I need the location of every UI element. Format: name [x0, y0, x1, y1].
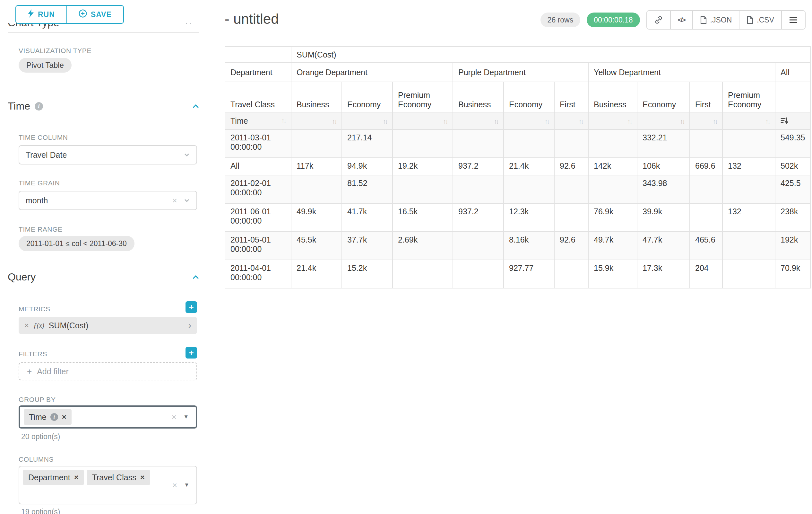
sort-icon[interactable]: ↑↓ — [494, 118, 498, 125]
share-link-button[interactable] — [647, 11, 670, 29]
sort-cell[interactable]: ↑↓ — [453, 112, 503, 130]
time-grain-select[interactable]: month × — [19, 191, 197, 210]
travel-class-cell: Economy — [342, 82, 393, 112]
pivot-value-cell — [690, 175, 722, 204]
travel-class-cell: Business — [453, 82, 503, 112]
sort-cell[interactable]: ↑↓ — [291, 112, 342, 130]
sort-cell[interactable]: ↑↓ — [393, 112, 453, 130]
add-metric-button[interactable]: + — [185, 301, 197, 313]
metric-item[interactable]: × ƒ(x) SUM(Cost) › — [19, 317, 197, 334]
view-query-button[interactable]: </> — [670, 11, 692, 29]
visualization-type-value[interactable]: Pivot Table — [19, 58, 71, 73]
add-filter-plus-button[interactable]: + — [185, 347, 197, 358]
chart-title[interactable]: - untitled — [225, 11, 279, 27]
time-column-label: TIME COLUMN — [19, 134, 68, 141]
pivot-value-cell: 49.9k — [291, 204, 342, 232]
pivot-value-cell: 15.2k — [342, 260, 393, 288]
pivot-value-cell — [554, 260, 588, 288]
pivot-value-cell — [690, 130, 722, 158]
save-button-label: SAVE — [91, 10, 112, 19]
pivot-value-cell — [503, 130, 554, 158]
sort-icon[interactable]: ↑↓ — [383, 118, 387, 125]
menu-button[interactable] — [781, 11, 805, 29]
sort-cell[interactable]: ↑↓ — [554, 112, 588, 130]
time-grain-label: TIME GRAIN — [19, 179, 60, 187]
sidebar-action-bar: RUN SAVE — [0, 0, 207, 23]
pivot-value-cell: 238k — [775, 204, 810, 232]
remove-tag-icon[interactable]: × — [74, 473, 79, 482]
sort-icon[interactable]: ↑↓ — [443, 118, 447, 125]
info-icon: i — [50, 413, 58, 421]
export-json-button[interactable]: .JSON — [692, 11, 739, 29]
pivot-row-label: 2011-02-01 00:00:00 — [225, 175, 291, 204]
row-dimension-header-cell[interactable]: Time↑↓ — [225, 112, 291, 130]
sort-icon[interactable]: ↑↓ — [282, 117, 286, 124]
group-by-options-hint: 20 option(s) — [21, 432, 60, 441]
pivot-value-cell — [393, 175, 453, 204]
clear-icon[interactable]: × — [172, 196, 177, 206]
sort-cell[interactable]: ↑↓ — [722, 112, 775, 130]
chevron-right-icon[interactable]: › — [188, 320, 191, 330]
clear-icon[interactable]: × — [172, 480, 177, 490]
pivot-value-cell: 217.14 — [342, 130, 393, 158]
travel-class-cell: Business — [291, 82, 342, 112]
chart-toolbar: 26 rows 00:00:00.18 </> .JSON .CSV — [541, 10, 806, 30]
dimension1-label-cell: Department — [225, 63, 291, 82]
sort-cell[interactable]: ↑↓ — [690, 112, 722, 130]
dropdown-caret-icon: ▼ — [183, 414, 189, 420]
pivot-value-cell: 465.6 — [690, 232, 722, 260]
remove-metric-icon[interactable]: × — [24, 321, 29, 330]
sort-cell[interactable]: ↑↓ — [342, 112, 393, 130]
department-group-cell: Purple Department — [453, 63, 588, 82]
filters-label: FILTERS — [19, 350, 47, 358]
time-column-value: Travel Date — [26, 150, 67, 160]
time-section-collapse-icon[interactable] — [192, 103, 200, 110]
time-column-select[interactable]: Travel Date — [19, 145, 197, 164]
sort-icon[interactable]: ↑↓ — [579, 118, 583, 125]
sort-descending-icon[interactable] — [781, 117, 805, 125]
pivot-value-cell: 132 — [722, 158, 775, 175]
pivot-value-cell — [453, 175, 503, 204]
pivot-value-cell: 332.21 — [637, 130, 690, 158]
add-filter-button[interactable]: + Add filter — [19, 362, 197, 380]
export-csv-button[interactable]: .CSV — [739, 11, 781, 29]
sort-cell[interactable]: ↑↓ — [503, 112, 554, 130]
query-section-collapse-icon[interactable] — [192, 273, 200, 281]
sort-cell[interactable]: ↑↓ — [588, 112, 637, 130]
pivot-value-cell: 669.6 — [690, 158, 722, 175]
pivot-value-cell: 92.6 — [554, 232, 588, 260]
pivot-row-label: 2011-04-01 00:00:00 — [225, 260, 291, 288]
pivot-value-cell: 132 — [722, 204, 775, 232]
sort-cell-all[interactable] — [775, 112, 810, 130]
sort-icon[interactable]: ↑↓ — [628, 118, 632, 125]
clear-icon[interactable]: × — [172, 412, 176, 422]
remove-tag-icon[interactable]: × — [140, 473, 145, 482]
sort-icon[interactable]: ↑↓ — [713, 118, 717, 125]
dropdown-caret-icon: ▼ — [184, 482, 190, 488]
query-section-title: Query — [8, 271, 36, 283]
pivot-value-cell: 17.3k — [637, 260, 690, 288]
columns-select[interactable]: Department × Travel Class × × ▼ — [19, 466, 197, 504]
function-icon: ƒ(x) — [33, 322, 44, 330]
sort-icon[interactable]: ↑↓ — [680, 118, 684, 125]
run-button[interactable]: RUN — [16, 5, 67, 24]
time-range-value[interactable]: 2011-01-01 ≤ col < 2011-06-30 — [19, 236, 135, 251]
sort-icon[interactable]: ↑↓ — [765, 118, 770, 125]
sort-icon[interactable]: ↑↓ — [332, 118, 336, 125]
metrics-label: METRICS — [19, 305, 50, 313]
pivot-value-cell — [588, 175, 637, 204]
chevron-down-icon — [183, 152, 190, 158]
group-by-select[interactable]: Time i × × ▼ — [19, 405, 197, 429]
pivot-value-cell: 927.77 — [503, 260, 554, 288]
columns-options-hint: 19 option(s) — [21, 508, 60, 514]
pivot-value-cell: 549.35 — [775, 130, 810, 158]
chart-panel: - untitled 26 rows 00:00:00.18 </> .JSON… — [208, 0, 812, 514]
travel-class-cell: Business — [588, 82, 637, 112]
sort-icon[interactable]: ↑↓ — [545, 118, 549, 125]
sort-cell[interactable]: ↑↓ — [637, 112, 690, 130]
pivot-value-cell: 45.5k — [291, 232, 342, 260]
remove-tag-icon[interactable]: × — [62, 412, 66, 422]
save-button[interactable]: SAVE — [66, 5, 124, 24]
pivot-value-cell: 15.9k — [588, 260, 637, 288]
pivot-row-label: 2011-03-01 00:00:00 — [225, 130, 291, 158]
